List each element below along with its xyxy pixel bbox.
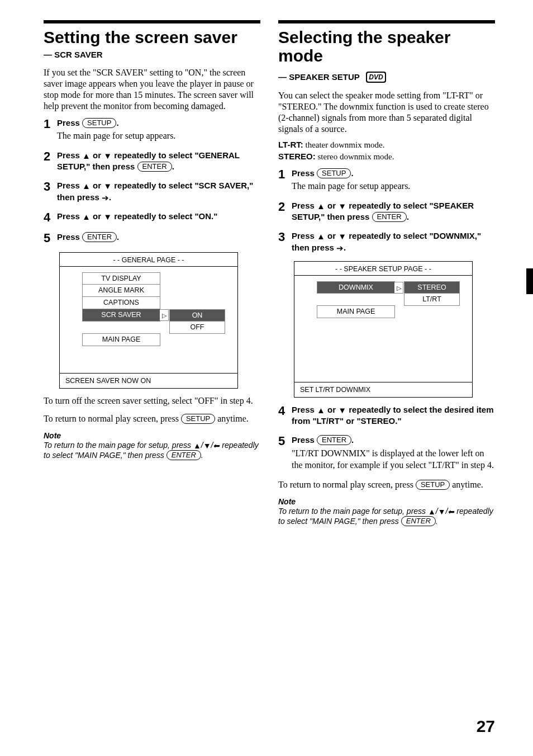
setup-button-label: SETUP — [181, 414, 215, 424]
arrow-down-icon: ▼ — [338, 232, 346, 240]
enter-button-label: ENTER — [166, 450, 201, 460]
text: Press — [292, 168, 317, 178]
term: STEREO: — [278, 152, 316, 161]
section-tab — [526, 268, 533, 294]
enter-button-label: ENTER — [82, 232, 117, 242]
text: . — [407, 212, 409, 221]
text: anytime. — [215, 414, 249, 423]
step-number: 3 — [278, 230, 292, 243]
def: stereo downmix mode. — [316, 152, 394, 161]
menu-item: CAPTIONS — [82, 297, 160, 309]
menu-column: TV DISPLAY ANGLE MARK CAPTIONS SCR SAVER… — [82, 272, 160, 346]
step-body: Press ▲ or ▼ repeatedly to select the de… — [292, 404, 495, 427]
text: . — [436, 517, 438, 526]
enter-button-label: ENTER — [317, 435, 351, 445]
step-body: Press ▲ or ▼ repeatedly to select "SPEAK… — [292, 200, 495, 223]
text: or — [325, 231, 338, 240]
right-column: Selecting the speaker mode — SPEAKER SET… — [278, 20, 495, 526]
arrow-down-icon: ▼ — [338, 406, 346, 414]
text: Press — [292, 231, 317, 240]
text: or — [91, 150, 103, 160]
osd-title: - - GENERAL PAGE - - — [60, 253, 237, 267]
sub-text: "LT/RT DOWNMIX" is displayed at the lowe… — [292, 447, 495, 471]
text: or — [91, 211, 103, 221]
step-number: 4 — [278, 404, 292, 417]
option-column: STEREO LT/RT — [404, 281, 460, 306]
osd-footer: SCREEN SAVER NOW ON — [60, 373, 237, 388]
step-body: Press SETUP. The main page for setup app… — [292, 168, 495, 192]
note-heading: Note — [278, 497, 495, 506]
option-selected: STEREO — [404, 281, 460, 294]
arrow-up-icon: ▲ — [193, 442, 201, 450]
step-body: Press ▲ or ▼ repeatedly to select "DOWNM… — [292, 230, 495, 253]
enter-button-label: ENTER — [137, 162, 172, 172]
text: Press — [57, 232, 82, 242]
text: . — [351, 435, 354, 445]
arrow-down-icon: ▼ — [438, 508, 446, 516]
osd-speaker-setup: - - SPEAKER SETUP PAGE - - DOWNMIX▷ MAIN… — [294, 261, 473, 398]
term: LT-RT: — [278, 140, 303, 149]
text: Press — [57, 150, 82, 160]
menu-spacer — [82, 322, 160, 334]
definition: STEREO: stereo downmix mode. — [278, 151, 495, 163]
rule — [278, 20, 495, 23]
sub-text: The main page for setup appears. — [292, 180, 495, 192]
enter-button-label: ENTER — [372, 212, 407, 222]
step-body: Press ENTER. — [57, 231, 260, 243]
option-selected: ON — [169, 309, 225, 322]
setup-button-label: SETUP — [416, 480, 450, 490]
text: . — [351, 168, 353, 178]
step-body: Press ENTER. "LT/RT DOWNMIX" is displaye… — [292, 434, 495, 471]
step-body: Press SETUP. The main page for setup app… — [57, 117, 260, 142]
enter-button-label: ENTER — [401, 516, 436, 526]
step-number: 1 — [44, 117, 57, 130]
menu-column: DOWNMIX▷ MAIN PAGE — [317, 281, 395, 318]
svg-text:DVD: DVD — [369, 73, 383, 81]
arrow-right-icon: ➔ — [336, 244, 344, 252]
menu-item: TV DISPLAY — [82, 272, 160, 285]
menu-item-selected: SCR SAVER▷ — [82, 309, 160, 322]
steps-list: 1 Press SETUP. The main page for setup a… — [44, 117, 260, 244]
text: Press — [292, 201, 317, 210]
step-number: 3 — [44, 180, 57, 193]
label: SCR SAVER — [101, 311, 141, 319]
step-number: 2 — [278, 200, 292, 213]
arrow-up-icon: ▲ — [82, 182, 91, 190]
subheading: — SCR SAVER — [44, 50, 260, 59]
text: To return to the main page for setup, pr… — [44, 441, 193, 450]
page-number: 27 — [477, 717, 495, 736]
osd-body: TV DISPLAY ANGLE MARK CAPTIONS SCR SAVER… — [60, 267, 237, 373]
def: theater downmix mode. — [303, 140, 385, 149]
text: To return to normal play screen, press S… — [44, 413, 260, 424]
text: To return to the main page for setup, pr… — [278, 507, 428, 516]
arrow-up-icon: ▲ — [317, 232, 325, 240]
text: To return to normal play screen, press — [278, 480, 416, 489]
text: . — [344, 243, 346, 252]
text: . — [172, 162, 174, 171]
text: Press — [57, 118, 82, 127]
note-body: To return to the main page for setup, pr… — [44, 440, 260, 460]
osd-body: DOWNMIX▷ MAIN PAGE STEREO LT/RT — [294, 276, 472, 382]
arrow-down-icon: ▼ — [338, 202, 346, 210]
text: or — [325, 405, 338, 414]
osd-general-page: - - GENERAL PAGE - - TV DISPLAY ANGLE MA… — [59, 252, 238, 389]
text: To turn off the screen saver setting, se… — [44, 395, 260, 407]
left-column: Setting the screen saver — SCR SAVER If … — [44, 20, 260, 526]
menu-item-selected: DOWNMIX▷ — [317, 281, 395, 294]
arrow-down-icon: ▼ — [203, 442, 211, 450]
osd-footer: SET LT/RT DOWNMIX — [294, 382, 472, 397]
step-number: 1 — [278, 168, 292, 181]
arrow-down-icon: ▼ — [103, 152, 112, 160]
step-body: Press ▲ or ▼ repeatedly to select "SCR S… — [57, 180, 260, 203]
step-body: Press ▲ or ▼ repeatedly to select "GENER… — [57, 150, 260, 173]
steps-list-cont: 4 Press ▲ or ▼ repeatedly to select the … — [278, 404, 495, 471]
selection-arrow-icon: ▷ — [394, 282, 403, 294]
arrow-left-icon: ⬅ — [213, 442, 220, 450]
steps-list: 1 Press SETUP. The main page for setup a… — [278, 168, 495, 253]
menu-item: ANGLE MARK — [82, 285, 160, 297]
text: . — [109, 192, 111, 202]
arrow-up-icon: ▲ — [82, 152, 91, 160]
setup-button-label: SETUP — [317, 168, 351, 178]
text: . — [116, 118, 118, 127]
menu-spacer — [317, 294, 395, 306]
